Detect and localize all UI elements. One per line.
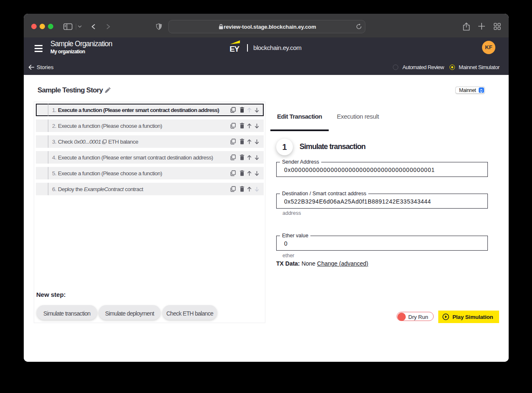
svg-text:EY: EY: [230, 45, 240, 52]
